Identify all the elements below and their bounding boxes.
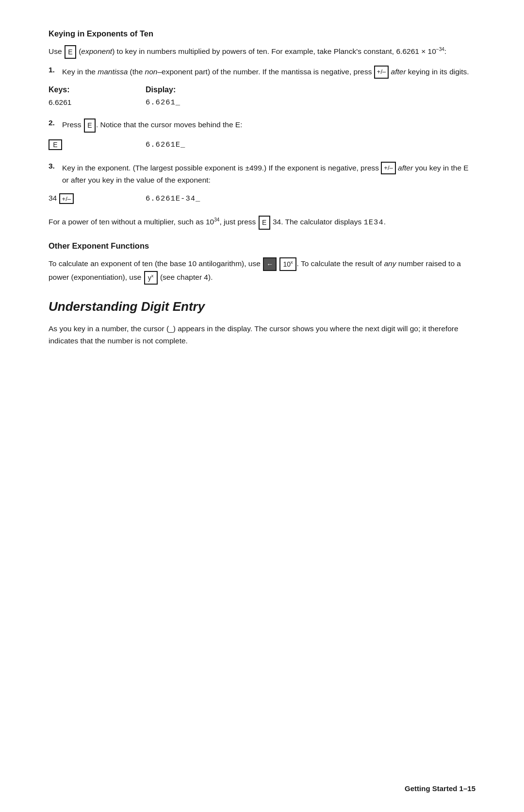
key-plusminus-step1: +/– [374, 66, 389, 79]
key-btn-E: E [49, 139, 62, 150]
step-2-num: 2. [49, 118, 62, 127]
section-keying-exponents: Keying in Exponents of Ten Use E (expone… [49, 29, 475, 230]
heading-keying-exponents: Keying in Exponents of Ten [49, 29, 475, 38]
table-row-34: 34 +/– 6.6261E-34_ [49, 193, 475, 204]
col-header-keys: Keys: [49, 85, 146, 94]
other-exponent-text: To calculate an exponent of ten (the bas… [49, 257, 475, 285]
step-3: 3. Key in the exponent. (The largest pos… [49, 162, 475, 187]
display-cell-E: 6.6261E_ [146, 140, 185, 149]
key-value-6261: 6.6261 [49, 98, 71, 106]
display-cell-6261: 6.6261_ [146, 98, 180, 107]
section-other-exponent: Other Exponent Functions To calculate an… [49, 241, 475, 285]
footer-text: Getting Started 1–15 [405, 784, 475, 793]
key-back-arrow: ← [263, 257, 277, 271]
key-E-inline2: E [259, 216, 270, 229]
chapter-heading: Understanding Digit Entry [49, 299, 475, 314]
table-header: Keys: Display: [49, 85, 475, 94]
key-cell-6261: 6.6261 [49, 98, 146, 107]
chapter-body: As you key in a number, the cursor (_) a… [49, 323, 475, 347]
key-cell-34: 34 +/– [49, 193, 146, 204]
key-10x: 10x [279, 257, 296, 271]
page-content: Keying in Exponents of Ten Use E (expone… [49, 29, 475, 347]
display-cell-34: 6.6261E-34_ [146, 194, 200, 203]
step-1-content: Key in the mantissa (the non–exponent pa… [62, 66, 475, 79]
heading-other-exponent: Other Exponent Functions [49, 241, 475, 251]
table-row-E: E 6.6261E_ [49, 139, 475, 150]
step-1-num: 1. [49, 66, 62, 74]
key-yx: yx [144, 271, 158, 285]
key-value-34: 34 [49, 194, 59, 202]
key-E-step2: E [84, 118, 96, 132]
key-cell-E: E [49, 139, 146, 150]
key-plusminus-step3: +/– [381, 162, 395, 175]
page-footer: Getting Started 1–15 [405, 784, 475, 793]
power-of-ten-text: For a power of ten without a multiplier,… [49, 216, 475, 229]
step-2: 2. Press E. Notice that the cursor moves… [49, 118, 475, 132]
step-2-content: Press E. Notice that the cursor moves be… [62, 118, 475, 132]
step-3-content: Key in the exponent. (The largest possib… [62, 162, 475, 187]
key-btn-plusminus-34: +/– [59, 193, 74, 204]
step-3-num: 3. [49, 162, 62, 170]
display-1E34: 1E34 [363, 218, 383, 227]
intro-text: Use E (exponent) to key in numbers multi… [49, 45, 475, 59]
col-header-display: Display: [146, 85, 176, 94]
table-row-6261: 6.6261 6.6261_ [49, 98, 475, 107]
step-1: 1. Key in the mantissa (the non–exponent… [49, 66, 475, 79]
key-E-inline: E [65, 45, 76, 59]
